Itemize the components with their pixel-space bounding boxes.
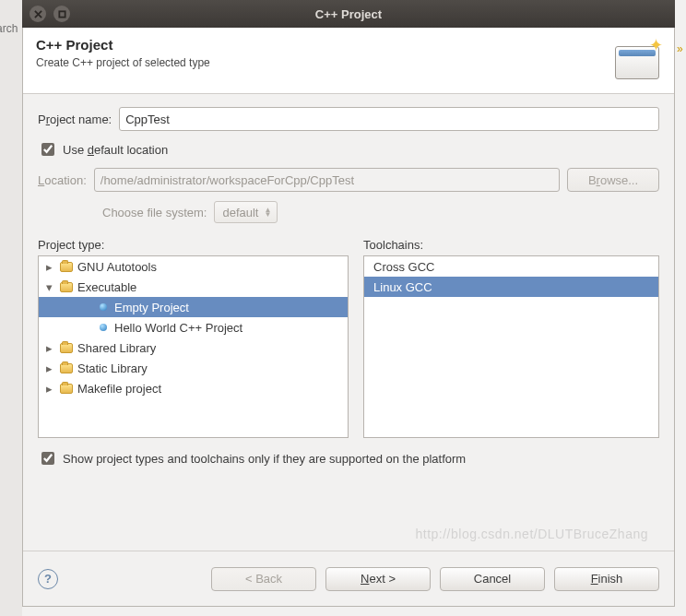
project-type-item[interactable]: ▸GNU Autotools <box>39 256 348 277</box>
new-project-icon: ✦ <box>611 33 665 87</box>
filesystem-label: Choose file system: <box>102 206 207 219</box>
window-restore-button[interactable] <box>53 6 70 22</box>
project-type-item-label: Shared Library <box>77 341 156 355</box>
project-type-item-label: Empty Project <box>114 301 189 314</box>
location-label: Location: <box>38 173 87 187</box>
dialog-content: Project name: Use default location Locat… <box>23 94 674 480</box>
close-icon <box>34 10 42 18</box>
use-default-location-checkbox[interactable] <box>41 143 54 156</box>
folder-icon <box>59 260 74 273</box>
template-icon <box>96 321 111 334</box>
watermark-text: http://blog.csdn.net/DLUTBruceZhang <box>415 527 648 541</box>
project-name-row: Project name: <box>38 107 659 131</box>
project-name-label: Project name: <box>38 113 112 126</box>
dialog-banner: C++ Project Create C++ project of select… <box>23 28 674 94</box>
panels-row: Project type: ▸GNU Autotools▾ExecutableE… <box>38 238 659 438</box>
tree-expander-icon[interactable]: ▸ <box>42 341 55 355</box>
tree-expander-icon[interactable]: ▸ <box>42 361 55 375</box>
project-type-item[interactable]: ▸Shared Library <box>39 338 348 358</box>
project-name-input[interactable] <box>119 107 659 131</box>
location-row: Location: Browse... <box>38 168 659 192</box>
project-type-item[interactable]: ▸Static Library <box>39 358 348 378</box>
project-type-item-label: Makefile project <box>77 382 161 396</box>
project-type-panel: Project type: ▸GNU Autotools▾ExecutableE… <box>38 238 349 438</box>
filter-row: Show project types and toolchains only i… <box>38 449 659 468</box>
filesystem-row: Choose file system: default ▲▼ <box>38 201 659 223</box>
toolchains-list[interactable]: Cross GCCLinux GCC <box>363 255 659 438</box>
help-button[interactable]: ? <box>38 569 58 589</box>
window-title: C++ Project <box>70 7 675 21</box>
tree-expander-icon[interactable]: ▾ <box>42 280 55 294</box>
truncated-toolbar-text: arch <box>0 22 18 35</box>
project-type-list[interactable]: ▸GNU Autotools▾ExecutableEmpty ProjectHe… <box>38 255 349 438</box>
filesystem-select: default ▲▼ <box>214 201 278 223</box>
project-type-item[interactable]: ▸Makefile project <box>39 378 348 398</box>
updown-icon: ▲▼ <box>264 207 271 217</box>
filesystem-value: default <box>222 206 258 219</box>
use-default-location-label: Use default location <box>63 143 168 157</box>
sparkle-icon: ✦ <box>649 35 663 55</box>
toolchains-title: Toolchains: <box>363 238 659 252</box>
project-type-item-label: Hello World C++ Project <box>114 321 242 335</box>
folder-icon <box>59 361 74 374</box>
cancel-button[interactable]: Cancel <box>440 567 545 591</box>
next-button[interactable]: Next > <box>325 567 431 591</box>
dialog-body: C++ Project Create C++ project of select… <box>22 28 675 607</box>
tree-expander-icon[interactable]: ▸ <box>42 260 55 274</box>
toolchains-panel: Toolchains: Cross GCCLinux GCC <box>363 238 659 438</box>
folder-icon <box>59 382 74 395</box>
banner-subtext: Create C++ project of selected type <box>36 56 661 69</box>
svg-rect-0 <box>59 11 65 17</box>
window-close-button[interactable] <box>30 6 46 22</box>
project-type-item[interactable]: ▾Executable <box>39 277 348 297</box>
browse-button: Browse... <box>567 168 659 192</box>
filter-checkbox[interactable] <box>41 452 54 465</box>
filter-label: Show project types and toolchains only i… <box>63 452 466 466</box>
back-button: < Back <box>211 567 316 591</box>
toolchain-item[interactable]: Linux GCC <box>364 277 658 297</box>
background-left-sliver: arch <box>0 0 22 616</box>
restore-icon <box>58 10 66 18</box>
project-type-item-label: Static Library <box>77 361 148 375</box>
window-titlebar: C++ Project <box>22 0 675 28</box>
project-type-item-label: Executable <box>77 280 136 294</box>
project-type-item[interactable]: Empty Project <box>39 297 348 317</box>
toolchain-item[interactable]: Cross GCC <box>364 256 658 277</box>
dialog-footer: ? < Back Next > Cancel Finish <box>23 551 674 606</box>
folder-icon <box>59 280 74 293</box>
project-type-title: Project type: <box>38 238 349 252</box>
project-type-item[interactable]: Hello World C++ Project <box>39 317 348 338</box>
use-default-location-row: Use default location <box>38 140 659 159</box>
project-type-item-label: GNU Autotools <box>77 260 157 274</box>
chevron-right-icon: » <box>677 42 684 50</box>
template-icon <box>96 301 111 314</box>
folder-icon <box>59 341 74 354</box>
location-input <box>94 168 560 192</box>
finish-button[interactable]: Finish <box>554 567 659 591</box>
banner-heading: C++ Project <box>36 37 661 53</box>
tree-expander-icon[interactable]: ▸ <box>42 382 55 396</box>
